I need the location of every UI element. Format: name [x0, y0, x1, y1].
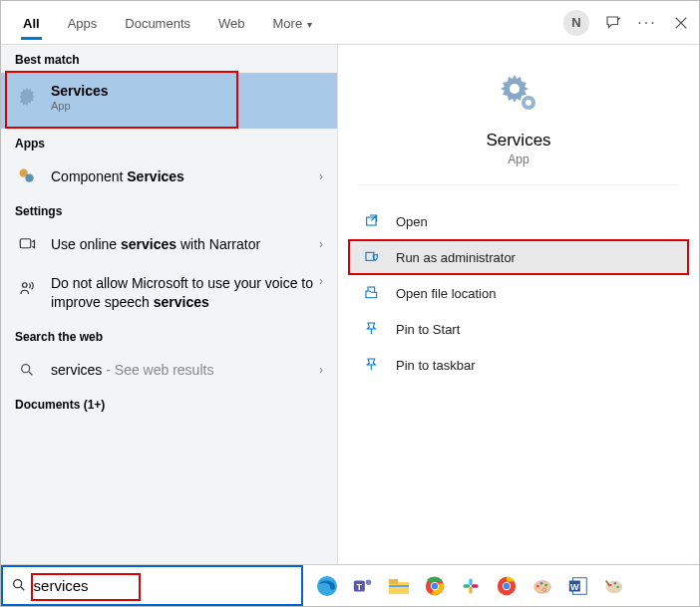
section-settings: Settings	[1, 196, 337, 224]
result-web-services[interactable]: services - See web results ›	[1, 350, 337, 390]
app-subtitle: App	[508, 152, 528, 166]
svg-rect-25	[469, 586, 472, 593]
open-icon	[362, 211, 382, 231]
svg-point-41	[616, 585, 618, 587]
result-component-services[interactable]: Component Services ›	[1, 156, 337, 196]
details-panel: Services App Open Run as administrator O…	[338, 45, 699, 564]
taskbar-edge-icon[interactable]	[313, 572, 341, 600]
component-services-icon	[15, 164, 39, 188]
section-apps: Apps	[1, 129, 337, 156]
svg-text:T: T	[357, 581, 363, 591]
action-run-as-admin[interactable]: Run as administrator	[348, 239, 689, 275]
action-label: Run as administrator	[396, 250, 516, 265]
chevron-right-icon: ›	[319, 363, 323, 377]
svg-point-33	[544, 583, 547, 586]
svg-point-16	[366, 579, 372, 585]
results-panel: Best match Services App Apps Component S…	[1, 45, 338, 564]
taskbar-chrome-icon[interactable]	[421, 572, 449, 600]
svg-point-4	[23, 283, 28, 288]
svg-text:W: W	[570, 581, 579, 591]
svg-point-5	[22, 364, 30, 372]
svg-rect-3	[20, 239, 31, 248]
pin-icon	[362, 319, 382, 339]
admin-shield-icon	[362, 247, 382, 267]
svg-point-2	[25, 174, 33, 182]
tab-web[interactable]: Web	[204, 6, 259, 39]
result-speech-services[interactable]: Do not allow Microsoft to use your voice…	[1, 264, 337, 322]
action-label: Open	[396, 214, 428, 229]
action-label: Pin to taskbar	[396, 358, 476, 373]
app-title: Services	[486, 131, 550, 151]
result-text: Do not allow Microsoft to use your voice…	[51, 274, 319, 312]
result-text: Component Services	[51, 168, 319, 184]
svg-rect-18	[389, 579, 398, 584]
chevron-down-icon: ▾	[304, 19, 312, 30]
folder-icon	[362, 283, 382, 303]
speech-icon	[15, 276, 39, 300]
action-pin-to-taskbar[interactable]: Pin to taskbar	[348, 347, 689, 383]
action-open-file-location[interactable]: Open file location	[348, 275, 689, 311]
header-tabs-bar: All Apps Documents Web More ▾ N ···	[1, 1, 699, 45]
svg-point-34	[542, 587, 546, 591]
svg-rect-9	[367, 217, 376, 225]
taskbar-teams-icon[interactable]: T	[349, 572, 377, 600]
result-text: services - See web results	[51, 362, 319, 378]
taskbar-chrome-canary-icon[interactable]	[493, 572, 521, 600]
chevron-right-icon: ›	[319, 274, 323, 288]
result-title: Services	[51, 83, 109, 99]
section-documents: Documents (1+)	[1, 390, 337, 418]
feedback-icon[interactable]	[603, 13, 623, 33]
result-narrator-services[interactable]: Use online services with Narrator ›	[1, 224, 337, 264]
search-box[interactable]	[1, 565, 303, 606]
action-label: Pin to Start	[396, 322, 460, 337]
search-icon	[15, 358, 39, 382]
search-icon	[11, 577, 28, 595]
svg-rect-23	[469, 578, 472, 585]
section-best-match: Best match	[1, 45, 337, 73]
taskbar-paint-icon[interactable]	[528, 572, 556, 600]
more-options-icon[interactable]: ···	[637, 13, 657, 33]
action-open[interactable]: Open	[348, 203, 689, 239]
result-text: Use online services with Narrator	[51, 236, 319, 252]
gear-icon	[15, 85, 39, 109]
taskbar-paint3d-icon[interactable]	[600, 572, 628, 600]
tab-apps[interactable]: Apps	[54, 6, 112, 39]
close-icon[interactable]	[671, 13, 691, 33]
svg-point-22	[432, 582, 438, 588]
pin-icon	[362, 355, 382, 375]
taskbar: T W	[1, 564, 699, 606]
chevron-right-icon: ›	[319, 237, 323, 251]
action-pin-to-start[interactable]: Pin to Start	[348, 311, 689, 347]
svg-rect-10	[366, 252, 374, 260]
result-subtitle: App	[51, 100, 109, 112]
section-search-web: Search the web	[1, 322, 337, 350]
taskbar-explorer-icon[interactable]	[385, 572, 413, 600]
result-services-app[interactable]: Services App	[1, 73, 337, 129]
svg-rect-19	[389, 585, 409, 587]
svg-point-40	[614, 582, 616, 584]
tab-all[interactable]: All	[9, 6, 54, 39]
narrator-icon	[15, 232, 39, 256]
action-label: Open file location	[396, 286, 496, 301]
svg-point-29	[504, 582, 510, 588]
svg-point-32	[540, 581, 543, 584]
taskbar-slack-icon[interactable]	[457, 572, 485, 600]
svg-rect-26	[472, 584, 479, 587]
svg-point-38	[606, 580, 623, 593]
svg-point-31	[536, 584, 539, 587]
chevron-right-icon: ›	[319, 169, 323, 183]
gear-icon	[495, 69, 542, 117]
svg-rect-24	[464, 584, 471, 587]
svg-point-12	[14, 579, 22, 587]
svg-point-8	[525, 100, 531, 106]
tab-documents[interactable]: Documents	[111, 6, 204, 39]
taskbar-word-icon[interactable]: W	[564, 572, 592, 600]
user-avatar[interactable]: N	[563, 10, 589, 36]
search-input[interactable]	[34, 577, 293, 594]
svg-point-6	[510, 84, 520, 94]
tab-more[interactable]: More ▾	[259, 6, 326, 39]
